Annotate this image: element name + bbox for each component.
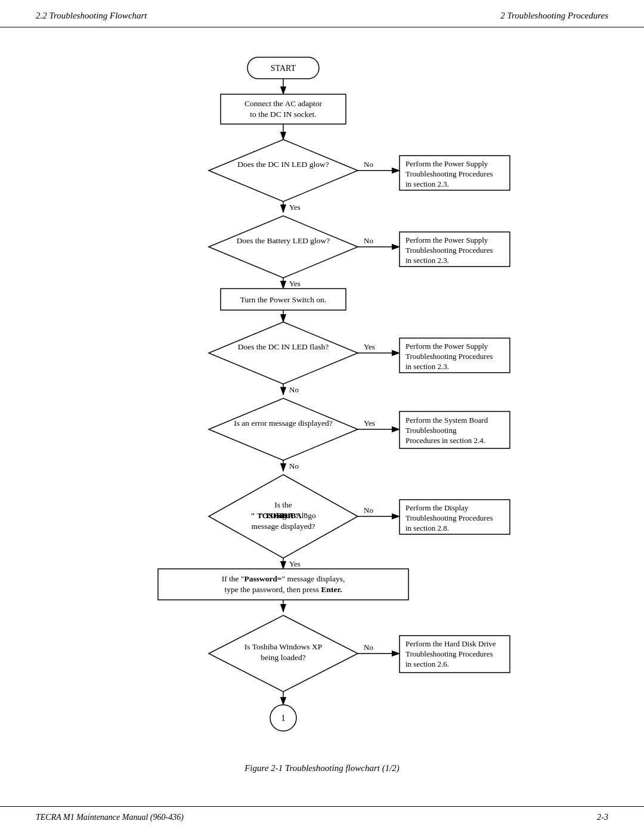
footer: TECRA M1 Maintenance Manual (960-436) 2-… xyxy=(0,806,644,833)
svg-text:Yes: Yes xyxy=(289,203,301,212)
svg-text:No: No xyxy=(364,160,373,169)
svg-rect-65 xyxy=(158,569,408,600)
svg-text:Yes: Yes xyxy=(289,559,301,568)
svg-marker-41 xyxy=(209,398,358,460)
svg-text:Troubleshooting Procedures: Troubleshooting Procedures xyxy=(405,513,493,522)
svg-text:No: No xyxy=(289,462,299,470)
svg-text:Does the DC IN LED glow?: Does the DC IN LED glow? xyxy=(237,160,329,169)
svg-text:Troubleshooting: Troubleshooting xyxy=(405,426,457,435)
svg-text:Perform the Power Supply: Perform the Power Supply xyxy=(405,159,488,168)
svg-text:Does the DC IN LED flash?: Does the DC IN LED flash? xyxy=(238,342,329,351)
svg-text:type the password, then press : type the password, then press Enter. xyxy=(224,585,342,594)
svg-text:in section 2.3.: in section 2.3. xyxy=(405,362,449,371)
svg-text:Troubleshooting Procedures: Troubleshooting Procedures xyxy=(405,169,493,178)
svg-text:Is Toshiba Windows XP: Is Toshiba Windows XP xyxy=(244,642,322,651)
svg-text:to the DC IN socket.: to the DC IN socket. xyxy=(250,110,316,119)
footer-right: 2-3 xyxy=(597,813,608,822)
footer-left: TECRA M1 Maintenance Manual (960-436) xyxy=(36,813,184,822)
svg-text:If the "Password=" message dis: If the "Password=" message displays, xyxy=(222,574,345,583)
svg-text:Troubleshooting Procedures: Troubleshooting Procedures xyxy=(405,246,493,255)
figure-caption: Figure 2-1 Troubleshooting flowchart (1/… xyxy=(244,763,400,773)
svg-text:Does the Battery LED glow?: Does the Battery LED glow? xyxy=(237,236,330,245)
svg-text:Perform the Power Supply: Perform the Power Supply xyxy=(405,236,488,244)
svg-text:being loaded?: being loaded? xyxy=(261,653,305,662)
svg-text:Yes: Yes xyxy=(364,419,375,428)
page: 2.2 Troubleshooting Flowchart 2 Troubles… xyxy=(0,0,644,833)
svg-marker-18 xyxy=(209,216,358,278)
svg-text:in section 2.6.: in section 2.6. xyxy=(405,659,449,668)
svg-text:Perform the System Board: Perform the System Board xyxy=(405,416,488,425)
svg-text:Perform the Power Supply: Perform the Power Supply xyxy=(405,342,488,351)
svg-text:in section 2.3.: in section 2.3. xyxy=(405,256,449,265)
svg-text:No: No xyxy=(364,506,373,515)
svg-marker-8 xyxy=(209,140,358,202)
main-content: START Connect the AC adaptor to the DC I… xyxy=(0,27,644,809)
svg-text:No: No xyxy=(289,385,299,394)
svg-text:No: No xyxy=(364,236,373,245)
svg-text:Procedures in section 2.4.: Procedures in section 2.4. xyxy=(405,436,485,445)
svg-text:Yes: Yes xyxy=(364,342,375,351)
svg-text:Connect the AC adaptor: Connect the AC adaptor xyxy=(244,99,323,108)
flowchart-svg: START Connect the AC adaptor to the DC I… xyxy=(66,45,578,749)
header-left: 2.2 Troubleshooting Flowchart xyxy=(36,11,147,21)
svg-text:Is the: Is the xyxy=(274,500,292,509)
svg-text:Yes: Yes xyxy=(289,279,301,288)
svg-text:in section 2.3.: in section 2.3. xyxy=(405,179,449,188)
svg-text:Perform the Display: Perform the Display xyxy=(405,503,469,512)
svg-text:Troubleshooting Procedures: Troubleshooting Procedures xyxy=(405,649,493,658)
header-right: 2 Troubleshooting Procedures xyxy=(500,11,608,21)
svg-text:in section 2.8.: in section 2.8. xyxy=(405,524,449,532)
svg-text:" TOSHIBA " logo: " TOSHIBA " logo xyxy=(250,511,316,520)
svg-text:Turn the Power Switch on.: Turn the Power Switch on. xyxy=(240,295,327,304)
header: 2.2 Troubleshooting Flowchart 2 Troubles… xyxy=(0,0,644,27)
svg-text:No: No xyxy=(364,643,373,652)
svg-text:1: 1 xyxy=(281,713,286,723)
svg-text:Is an error message displayed?: Is an error message displayed? xyxy=(234,419,333,428)
svg-text:Troubleshooting Procedures: Troubleshooting Procedures xyxy=(405,352,493,361)
svg-text:START: START xyxy=(271,64,296,73)
svg-text:message displayed?: message displayed? xyxy=(252,522,315,531)
svg-marker-31 xyxy=(209,322,358,384)
svg-text:Perform the Hard Disk Drive: Perform the Hard Disk Drive xyxy=(405,639,496,648)
